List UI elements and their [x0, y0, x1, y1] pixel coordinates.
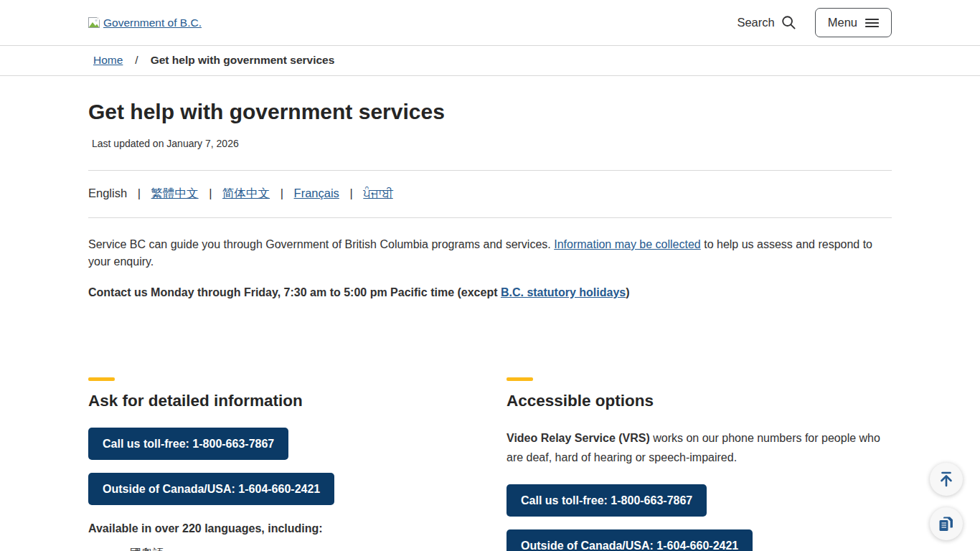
accessible-options-heading: Accessible options	[507, 392, 892, 410]
language-current: English	[88, 187, 127, 199]
language-link-french[interactable]: Français	[294, 187, 339, 199]
arrow-up-icon	[937, 470, 956, 489]
language-separator: |	[349, 187, 352, 199]
language-bar: English | 繁體中文 | 简体中文 | Français | ਪੰਜਾਬ…	[88, 171, 892, 217]
intro-text: Service BC can guide you through Governm…	[88, 238, 554, 250]
search-icon	[781, 15, 796, 30]
language-separator: |	[281, 187, 283, 199]
search-label: Search	[737, 16, 774, 29]
gold-accent-bar	[507, 377, 533, 381]
call-toll-free-button[interactable]: Call us toll-free: 1-800-663-7867	[88, 428, 288, 460]
language-link-punjabi[interactable]: ਪੰਜਾਬੀ	[363, 187, 392, 199]
language-link-simplified-chinese[interactable]: 简体中文	[222, 187, 270, 199]
breadcrumb-current-page: Get help with government services	[151, 54, 335, 67]
menu-button[interactable]: Menu	[815, 8, 892, 37]
gold-accent-bar	[88, 377, 115, 381]
divider	[88, 217, 892, 218]
copy-page-button[interactable]	[930, 507, 963, 540]
languages-list: 國粵語 ਪੰਜਾਬੀ	[88, 547, 473, 551]
site-header: Government of B.C. Search Menu	[0, 0, 980, 46]
menu-label: Menu	[828, 16, 857, 29]
detailed-information-heading: Ask for detailed information	[88, 392, 473, 410]
contact-hours-text-after: )	[626, 286, 629, 298]
header-actions: Search Menu	[737, 8, 892, 37]
hamburger-icon	[865, 18, 879, 28]
contact-hours-text: Contact us Monday through Friday, 7:30 a…	[88, 286, 501, 298]
contact-hours-paragraph: Contact us Monday through Friday, 7:30 a…	[88, 284, 892, 301]
language-separator: |	[209, 187, 212, 199]
logo-text: Government of B.C.	[103, 17, 202, 29]
accessible-outside-canada-button[interactable]: Outside of Canada/USA: 1-604-660-2421	[507, 529, 753, 551]
accessible-call-toll-free-button[interactable]: Call us toll-free: 1-800-663-7867	[507, 484, 707, 517]
vrs-paragraph: Video Relay Service (VRS) works on our p…	[507, 428, 892, 467]
accessible-options-section: Accessible options Video Relay Service (…	[507, 377, 892, 551]
information-collected-link[interactable]: Information may be collected	[554, 238, 701, 250]
breadcrumb: Home / Get help with government services	[0, 46, 980, 76]
main-content: Get help with government services Last u…	[88, 100, 892, 551]
breadcrumb-home-link[interactable]: Home	[93, 54, 123, 67]
language-link-traditional-chinese[interactable]: 繁體中文	[151, 187, 199, 199]
language-list-item: 國粵語	[130, 547, 473, 551]
last-updated: Last updated on January 7, 2026	[88, 138, 892, 149]
vrs-bold-text: Video Relay Service (VRS)	[507, 432, 650, 444]
two-column-section: Ask for detailed information Call us tol…	[88, 377, 892, 551]
copy-icon	[938, 515, 954, 532]
intro-paragraph: Service BC can guide you through Governm…	[88, 236, 892, 270]
search-button[interactable]: Search	[737, 15, 796, 30]
page-title: Get help with government services	[88, 100, 892, 124]
statutory-holidays-link[interactable]: B.C. statutory holidays	[501, 286, 626, 298]
languages-available-label: Available in over 220 languages, includi…	[88, 522, 473, 535]
language-separator: |	[138, 187, 141, 199]
breadcrumb-separator: /	[135, 54, 138, 67]
logo-link[interactable]: Government of B.C.	[88, 17, 202, 29]
outside-canada-button[interactable]: Outside of Canada/USA: 1-604-660-2421	[88, 473, 334, 505]
scroll-to-top-button[interactable]	[930, 463, 963, 496]
broken-image-icon	[88, 17, 101, 29]
detailed-information-section: Ask for detailed information Call us tol…	[88, 377, 473, 551]
